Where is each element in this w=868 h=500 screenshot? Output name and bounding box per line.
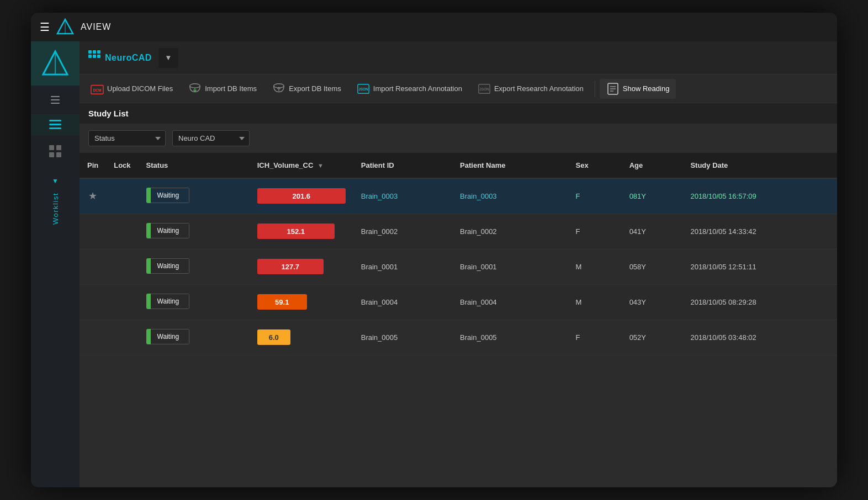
module-name: NeuroCAD [105,53,152,63]
svg-rect-20 [97,55,100,58]
export-annotation-button[interactable]: JSON Export Research Annotation [471,79,590,99]
svg-rect-18 [88,55,92,58]
toolbar-divider [595,81,595,97]
ich-volume-bar: 201.6 [257,188,346,204]
export-annotation-label: Export Research Annotation [494,84,584,93]
lock-cell [106,249,138,284]
module-filter[interactable]: Neuro CAD All [172,130,250,146]
study-date-cell: 2018/10/05 12:51:11 [682,249,837,284]
study-list-title: Study List [88,109,129,118]
study-list-header: Study List [80,103,837,124]
pin-star-icon[interactable]: ★ [88,190,97,201]
sidebar-logo [31,41,80,86]
svg-rect-15 [88,50,92,54]
col-patient-name: Patient Name [452,153,568,178]
ich-volume-cell: 6.0 [250,320,353,355]
patient-name-cell: Brain_0003 [452,178,568,214]
study-table: Pin Lock Status ICH_Volume_CC ▼ [80,153,837,355]
status-green-bar [146,188,151,203]
export-db-icon [272,82,285,95]
table-row[interactable]: ★Waiting201.6Brain_0003Brain_0003F081Y20… [80,178,837,214]
sidebar: ▼ Worklist [31,41,80,487]
status-text: Waiting [151,329,189,344]
study-table-container: Pin Lock Status ICH_Volume_CC ▼ [80,153,837,487]
pin-cell [80,284,106,320]
patient-id-cell: Brain_0004 [353,284,452,320]
upload-dicom-button[interactable]: DCM Upload DICOM Files [84,79,179,99]
svg-point-23 [190,83,200,87]
export-db-button[interactable]: Export DB Items [266,79,348,99]
col-patient-id: Patient ID [353,153,452,178]
app-logo [56,18,74,36]
status-cell: Waiting [139,320,250,355]
status-green-bar [146,294,151,309]
ich-volume-bar: 6.0 [257,329,290,345]
status-green-bar [146,223,151,238]
status-cell: Waiting [139,249,250,284]
svg-rect-5 [51,96,60,97]
sidebar-item-list[interactable] [31,114,80,135]
status-text: Waiting [151,223,189,238]
status-text: Waiting [151,258,189,274]
patient-name-cell: Brain_0001 [452,249,568,284]
age-cell: 081Y [622,178,683,214]
import-annotation-button[interactable]: JSON Import Research Annotation [350,79,469,99]
table-row[interactable]: Waiting6.0Brain_0005Brain_0005F052Y2018/… [80,320,837,355]
svg-rect-11 [49,145,54,150]
svg-text:JSON: JSON [358,87,368,91]
svg-rect-16 [93,50,96,54]
module-header: NeuroCAD ▼ [80,41,837,75]
status-text: Waiting [151,294,189,309]
menu-icon[interactable]: ☰ [40,22,50,33]
ich-volume-cell: 152.1 [250,214,353,249]
import-db-icon [188,82,202,95]
import-annotation-label: Import Research Annotation [373,84,462,93]
table-header-row: Pin Lock Status ICH_Volume_CC ▼ [80,153,837,178]
status-filter[interactable]: Status Waiting Done All [88,130,166,146]
col-study-date: Study Date [682,153,837,178]
study-date-cell: 2018/10/05 03:48:02 [682,320,837,355]
svg-text:DCM: DCM [93,88,102,92]
svg-rect-13 [49,152,54,157]
age-cell: 041Y [622,214,683,249]
study-date-cell: 2018/10/05 16:57:09 [682,178,837,214]
table-row[interactable]: Waiting59.1Brain_0004Brain_0004M043Y2018… [80,284,837,320]
pin-cell: ★ [80,178,106,214]
status-cell: Waiting [139,284,250,320]
ich-volume-cell: 59.1 [250,284,353,320]
ich-volume-bar: 152.1 [257,224,335,239]
upload-dicom-icon: DCM [91,82,104,95]
import-db-button[interactable]: Import DB Items [182,79,263,99]
lock-cell [106,284,138,320]
table-row[interactable]: Waiting127.7Brain_0001Brain_0001M058Y201… [80,249,837,284]
show-reading-button[interactable]: Show Reading [600,79,676,99]
col-lock: Lock [106,153,138,178]
col-status: Status [139,153,250,178]
col-ich-volume[interactable]: ICH_Volume_CC ▼ [250,153,353,178]
app-title: AVIEW [81,22,111,32]
ich-volume-cell: 127.7 [250,249,353,284]
status-cell: Waiting [139,214,250,249]
sex-cell: M [568,284,622,320]
svg-rect-9 [49,124,61,125]
patient-id-cell: Brain_0001 [353,249,452,284]
sidebar-collapse-btn[interactable] [43,90,67,110]
sidebar-arrow-icon: ▼ [52,174,59,188]
svg-rect-8 [49,120,61,121]
svg-rect-7 [51,103,60,104]
show-reading-icon [606,82,620,95]
age-cell: 058Y [622,249,683,284]
svg-rect-19 [93,55,96,58]
export-annotation-icon: JSON [478,82,491,95]
sex-cell: M [568,249,622,284]
svg-rect-14 [56,152,61,157]
patient-id-cell: Brain_0002 [353,214,452,249]
sidebar-item-grid[interactable] [31,140,80,163]
age-cell: 052Y [622,320,683,355]
col-sex: Sex [568,153,622,178]
module-dropdown-btn[interactable]: ▼ [158,48,178,68]
svg-rect-6 [51,99,60,100]
col-pin: Pin [80,153,106,178]
table-row[interactable]: Waiting152.1Brain_0002Brain_0002F041Y201… [80,214,837,249]
svg-rect-17 [97,50,100,54]
